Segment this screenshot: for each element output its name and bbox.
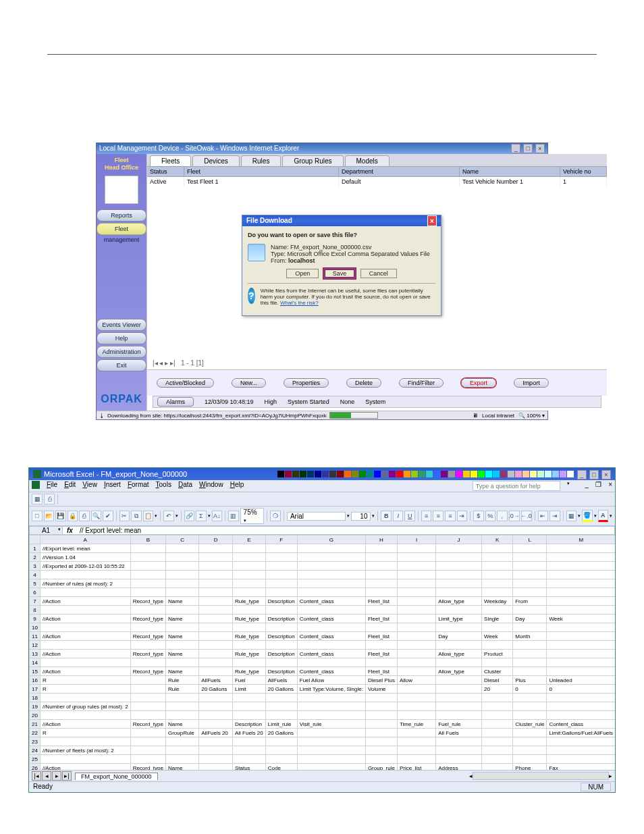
select-all[interactable] [30,536,41,544]
bold-icon[interactable]: B [381,511,392,521]
cell[interactable] [436,737,482,746]
col-name[interactable]: Name [460,167,560,177]
import-button[interactable]: Import [514,378,549,388]
cell[interactable] [436,676,482,685]
cell[interactable]: Allow_type [436,667,482,676]
cell[interactable] [397,702,435,711]
cell[interactable] [40,623,130,632]
cell[interactable]: Record_type [130,764,165,771]
cell[interactable] [165,711,198,720]
dec-indent-icon[interactable]: ⇤ [538,511,549,521]
color-swatch[interactable] [552,471,559,477]
cell[interactable]: 20 Gallons [199,685,233,694]
cell[interactable] [297,764,365,771]
currency-icon[interactable]: $ [473,511,484,521]
cell[interactable] [297,544,365,553]
tab-devices[interactable]: Devices [192,155,240,166]
row-header[interactable]: 19 [30,702,41,711]
cell[interactable]: Day [513,615,547,623]
properties-button[interactable]: Properties [284,378,329,388]
cell[interactable] [130,685,165,694]
cell[interactable] [232,606,265,615]
cell[interactable]: Phone [513,764,547,771]
cell[interactable] [199,694,233,702]
cell[interactable] [513,606,547,615]
cell[interactable] [165,571,198,579]
cell[interactable] [547,571,615,579]
excel-window-controls[interactable]: _ □ × [576,468,611,480]
cell[interactable] [130,658,165,667]
zoom-control[interactable]: 🔍 100% ▾ [518,413,545,419]
cell[interactable] [199,650,233,658]
cell[interactable]: //Action [40,720,130,729]
cell[interactable] [165,588,198,597]
cell[interactable] [165,737,198,746]
col-header[interactable]: K [482,536,513,544]
cell[interactable] [547,623,615,632]
zoom-dropdown[interactable]: 75% ▾ [240,508,265,524]
hscrollbar[interactable] [473,772,609,780]
color-swatch[interactable] [426,471,433,477]
cell[interactable]: //Action [40,764,130,771]
cell[interactable]: Rule_type [232,667,265,676]
sidebar-home-icon[interactable] [105,176,138,204]
cell[interactable]: Description [265,632,297,641]
color-swatch[interactable] [300,471,306,477]
cell[interactable]: //Version 1.04 [40,553,130,562]
cell[interactable] [165,553,198,562]
cell[interactable] [513,667,547,676]
col-header[interactable]: G [297,536,365,544]
cell[interactable] [40,588,130,597]
cell[interactable] [436,588,482,597]
cell[interactable] [397,588,435,597]
cell[interactable] [365,606,397,615]
doc-close-icon[interactable]: × [608,481,612,491]
cell[interactable] [513,641,547,650]
cell[interactable]: //Action [40,632,130,641]
cell[interactable] [365,702,397,711]
cell[interactable] [547,579,615,588]
cell[interactable] [547,562,615,571]
cell[interactable]: Code [265,764,297,771]
nav-prev-icon[interactable]: ◂ [159,359,163,367]
cell[interactable] [513,553,547,562]
delete-button[interactable]: Delete [346,378,381,388]
cancel-button[interactable]: Cancel [360,269,397,278]
cell[interactable]: Group_rule [365,764,397,771]
print-area-icon[interactable]: ⎙ [44,494,55,504]
cell[interactable] [513,746,547,755]
inc-decimal-icon[interactable]: .0→ [509,511,520,521]
cell[interactable] [165,746,198,755]
cell[interactable] [513,623,547,632]
cell[interactable] [199,553,233,562]
cell[interactable]: Product [482,650,513,658]
cell[interactable]: //Action [40,597,130,606]
cell[interactable] [130,694,165,702]
cell[interactable]: Name [165,632,198,641]
sheet-last-icon[interactable]: ▸| [62,771,72,781]
cell[interactable] [297,711,365,720]
cell[interactable] [513,588,547,597]
cell[interactable]: Fleet_list [365,650,397,658]
cell[interactable] [165,658,198,667]
print-icon[interactable]: ⎙ [79,511,90,521]
row-header[interactable]: 18 [30,694,41,702]
cell[interactable] [297,694,365,702]
cell[interactable] [547,755,615,764]
cell[interactable]: Fleet_list [365,615,397,623]
cell[interactable] [397,650,435,658]
cell[interactable]: Cluster [482,667,513,676]
cell[interactable] [547,711,615,720]
toolbar-row-1[interactable]: ▦ ⎙ [29,492,615,506]
cell[interactable] [397,597,435,606]
row-header[interactable]: 22 [30,729,41,737]
cell[interactable] [265,606,297,615]
open-button[interactable]: Open [286,269,319,278]
cell[interactable] [199,755,233,764]
cell[interactable] [165,694,198,702]
row-header[interactable]: 3 [30,562,41,571]
cell[interactable] [482,606,513,615]
cell[interactable] [297,746,365,755]
color-swatch[interactable] [463,471,470,477]
cell[interactable]: Limit Type:Volume, Single: [297,685,365,694]
